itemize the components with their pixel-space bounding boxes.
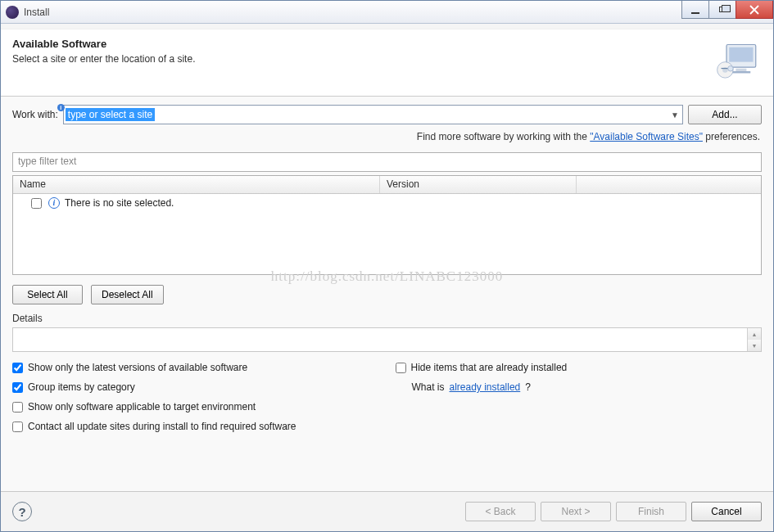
wizard-header: Available Software Select a site or ente… bbox=[1, 29, 773, 97]
next-button[interactable]: Next > bbox=[541, 502, 611, 521]
opt-hide-installed[interactable]: Hide items that are already installed bbox=[396, 362, 763, 373]
chevron-down-icon[interactable]: ▼ bbox=[668, 110, 682, 119]
info-badge-icon: i bbox=[57, 104, 65, 111]
maximize-button[interactable] bbox=[708, 1, 736, 19]
table-row: i There is no site selected. bbox=[13, 194, 761, 212]
svg-rect-1 bbox=[729, 47, 753, 62]
col-version[interactable]: Version bbox=[380, 176, 577, 193]
work-with-combo[interactable]: type or select a site ▼ bbox=[63, 105, 683, 124]
already-installed-link[interactable]: already installed bbox=[450, 381, 521, 393]
work-with-label: Work with: i bbox=[12, 109, 58, 120]
row-checkbox[interactable] bbox=[31, 198, 42, 209]
filter-input[interactable]: type filter text bbox=[12, 152, 762, 172]
checkbox[interactable] bbox=[396, 363, 406, 373]
svg-rect-2 bbox=[736, 69, 746, 71]
software-table: Name Version i There is no site selected… bbox=[12, 175, 762, 275]
svg-point-7 bbox=[728, 66, 734, 72]
page-title: Available Software bbox=[12, 38, 713, 50]
wizard-footer: ? < Back Next > Finish Cancel bbox=[1, 491, 773, 531]
hint-text: Find more software by working with the "… bbox=[12, 124, 762, 152]
add-site-button[interactable]: Add... bbox=[688, 105, 762, 124]
what-is-installed: What is already installed? bbox=[396, 381, 763, 393]
minimize-button[interactable] bbox=[681, 1, 709, 19]
info-icon: i bbox=[48, 197, 60, 209]
opt-show-applicable[interactable]: Show only software applicable to target … bbox=[12, 401, 379, 413]
window-title: Install bbox=[24, 7, 49, 18]
deselect-all-button[interactable]: Deselect All bbox=[91, 285, 164, 304]
available-sites-link[interactable]: "Available Software Sites" bbox=[590, 131, 703, 142]
checkbox[interactable] bbox=[12, 402, 23, 413]
opt-group-category[interactable]: Group items by category bbox=[12, 381, 379, 393]
work-with-selected-text: type or select a site bbox=[66, 108, 155, 121]
help-button[interactable]: ? bbox=[12, 502, 32, 521]
chevron-up-icon[interactable]: ▲ bbox=[748, 328, 761, 340]
finish-button[interactable]: Finish bbox=[616, 502, 686, 521]
select-all-button[interactable]: Select All bbox=[12, 285, 83, 304]
install-banner-icon bbox=[713, 38, 762, 86]
close-button[interactable] bbox=[736, 1, 773, 19]
eclipse-icon bbox=[6, 6, 19, 19]
toolbar-blur bbox=[1, 24, 773, 29]
table-header: Name Version bbox=[13, 176, 761, 194]
opt-show-latest[interactable]: Show only the latest versions of availab… bbox=[12, 362, 379, 373]
details-label: Details bbox=[12, 311, 762, 327]
checkbox[interactable] bbox=[12, 422, 23, 432]
empty-message: There is no site selected. bbox=[65, 197, 174, 209]
page-subtitle: Select a site or enter the location of a… bbox=[12, 53, 713, 65]
titlebar: Install bbox=[1, 1, 773, 24]
back-button[interactable]: < Back bbox=[465, 502, 536, 521]
col-name[interactable]: Name bbox=[13, 176, 380, 193]
svg-rect-3 bbox=[732, 71, 751, 73]
details-panel: ▲ ▼ bbox=[12, 327, 762, 352]
close-icon bbox=[749, 5, 759, 15]
details-stepper[interactable]: ▲ ▼ bbox=[747, 328, 761, 351]
opt-contact-sites[interactable]: Contact all update sites during install … bbox=[12, 421, 379, 432]
col-spacer bbox=[577, 176, 761, 193]
chevron-down-icon[interactable]: ▼ bbox=[748, 340, 761, 351]
cancel-button[interactable]: Cancel bbox=[691, 502, 762, 521]
checkbox[interactable] bbox=[12, 382, 23, 393]
checkbox[interactable] bbox=[12, 363, 23, 373]
